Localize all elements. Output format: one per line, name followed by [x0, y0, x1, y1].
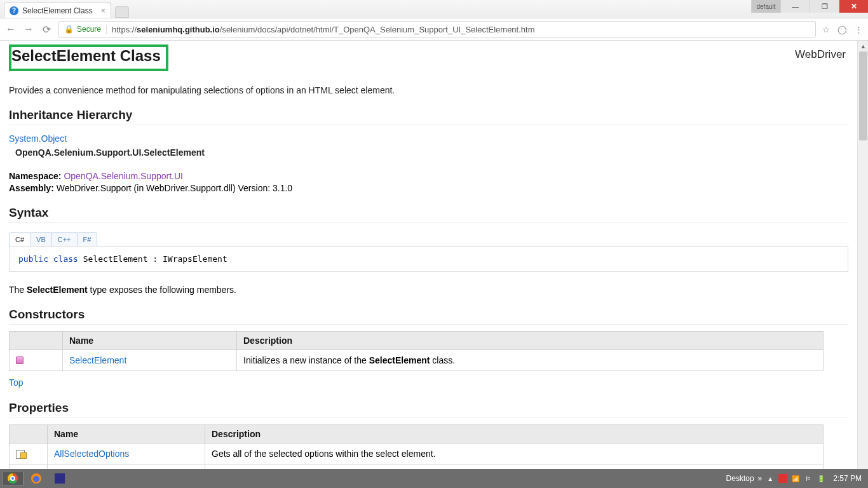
constructor-link[interactable]: SelectElement — [69, 355, 126, 365]
maximize-button[interactable]: ❐ — [810, 0, 839, 13]
property-link[interactable]: AllSelectedOptions — [54, 449, 129, 459]
new-tab-button[interactable] — [115, 6, 129, 18]
property-icon — [16, 450, 26, 458]
url-box[interactable]: 🔒 Secure https://seleniumhq.github.io/se… — [58, 21, 816, 37]
col-description: Description — [237, 332, 824, 350]
taskbar-app-editor[interactable] — [49, 471, 71, 486]
tab-vb[interactable]: VB — [30, 232, 52, 246]
namespace-link[interactable]: OpenQA.Selenium.Support.UI — [64, 171, 183, 181]
tray-flag-icon[interactable] — [778, 474, 787, 483]
vertical-scrollbar[interactable]: ▲ — [857, 41, 868, 469]
reload-button[interactable]: ⟳ — [41, 24, 52, 35]
scroll-up-icon[interactable]: ▲ — [858, 41, 868, 51]
inheritance-leaf: OpenQA.Selenium.Support.UI.SelectElement — [15, 147, 205, 158]
breadcrumb-root: WebDriver — [795, 48, 846, 61]
firefox-icon — [31, 473, 41, 484]
editor-icon — [55, 473, 65, 484]
lock-icon: 🔒 — [64, 25, 74, 34]
tray-overflow-icon[interactable]: ▲ — [766, 474, 775, 483]
taskbar-app-firefox[interactable] — [25, 471, 47, 486]
syntax-tabs: C# VB C++ F# — [9, 232, 848, 246]
constructors-heading: Constructors — [9, 308, 848, 325]
constructor-desc: Initializes a new instance of the Select… — [237, 350, 824, 371]
assembly-label: Assembly: — [9, 183, 54, 193]
chevron-right-icon[interactable]: » — [758, 474, 763, 483]
page-title: SelectElement Class — [11, 47, 161, 65]
syntax-code: public class SelectElement : IWrapsEleme… — [9, 246, 848, 272]
properties-table: Name Description AllSelectedOptions Gets… — [9, 424, 824, 469]
properties-heading: Properties — [9, 401, 848, 418]
property-desc: Gets all of the selected options within … — [205, 444, 824, 464]
chrome-icon — [8, 473, 18, 484]
assembly-text: WebDriver.Support (in WebDriver.Support.… — [57, 183, 292, 193]
constructors-table: Name Description SelectElement Initializ… — [9, 331, 824, 371]
browser-tab[interactable]: ? SelectElement Class × — [4, 3, 111, 18]
inheritance-heading: Inheritance Hierarchy — [9, 108, 848, 125]
table-row: SelectElement Initializes a new instance… — [10, 350, 824, 371]
property-desc: Gets a value indicating whether the pare… — [205, 464, 824, 469]
namespace-row: Namespace: OpenQA.Selenium.Support.UI — [9, 169, 848, 183]
url-text: https://seleniumhq.github.io/selenium/do… — [112, 25, 534, 34]
col-name: Name — [48, 425, 205, 444]
namespace-label: Namespace: — [9, 171, 62, 181]
table-header-row: Name Description — [10, 425, 824, 444]
col-name: Name — [63, 332, 237, 350]
tab-cpp[interactable]: C++ — [51, 232, 78, 246]
assembly-row: Assembly: WebDriver.Support (in WebDrive… — [9, 183, 848, 193]
back-button[interactable]: ← — [5, 24, 17, 35]
inheritance-root-link[interactable]: System.Object — [9, 133, 67, 144]
tab-close-icon[interactable]: × — [101, 6, 105, 15]
taskbar: Desktop » ▲ 📶 🏳 🔋 2:57 PM — [0, 469, 868, 488]
tray-battery-icon[interactable]: 🔋 — [817, 474, 825, 483]
close-window-button[interactable]: ✕ — [839, 0, 868, 13]
desktop-toolbar-label[interactable]: Desktop — [726, 474, 754, 483]
scroll-thumb[interactable] — [859, 51, 867, 140]
extension-icon[interactable]: ◯ — [837, 25, 847, 34]
address-bar: ← → ⟳ 🔒 Secure https://seleniumhq.github… — [0, 18, 868, 41]
minimize-button[interactable]: — — [780, 0, 810, 13]
taskbar-app-chrome[interactable] — [2, 471, 24, 486]
exposes-text: The SelectElement type exposes the follo… — [9, 285, 848, 295]
system-tray: Desktop » ▲ 📶 🏳 🔋 2:57 PM — [726, 474, 868, 483]
col-description: Description — [205, 425, 824, 444]
star-icon[interactable]: ☆ — [822, 25, 830, 34]
table-row: IsMultiple Gets a value indicating wheth… — [10, 464, 824, 469]
tab-fsharp[interactable]: F# — [77, 232, 98, 246]
method-icon — [16, 356, 24, 364]
window-controls: default — ❐ ✕ — [751, 0, 868, 13]
summary-text: Provides a convenience method for manipu… — [9, 85, 848, 95]
forward-button[interactable]: → — [23, 24, 34, 35]
syntax-heading: Syntax — [9, 206, 848, 223]
top-link[interactable]: Top — [9, 377, 24, 388]
table-header-row: Name Description — [10, 332, 824, 350]
tray-action-center-icon[interactable]: 🏳 — [804, 474, 813, 483]
browser-title-bar: ? SelectElement Class × default — ❐ ✕ — [0, 0, 868, 18]
inheritance-hierarchy: System.Object OpenQA.Selenium.Support.UI… — [9, 132, 848, 160]
page-title-highlight: SelectElement Class — [9, 44, 168, 71]
page-viewport: SelectElement Class WebDriver Provides a… — [0, 41, 868, 469]
secure-label: Secure — [77, 25, 101, 34]
profile-badge[interactable]: default — [751, 0, 780, 13]
tab-title: SelectElement Class — [22, 6, 93, 15]
tab-csharp[interactable]: C# — [9, 232, 31, 246]
favicon-icon: ? — [10, 6, 18, 15]
secure-chip[interactable]: 🔒 Secure — [64, 25, 107, 34]
menu-icon[interactable]: ⋮ — [855, 25, 863, 34]
taskbar-clock[interactable]: 2:57 PM — [833, 474, 862, 483]
tray-network-icon[interactable]: 📶 — [791, 474, 800, 483]
table-row: AllSelectedOptions Gets all of the selec… — [10, 444, 824, 464]
browser-chrome: ? SelectElement Class × default — ❐ ✕ ← … — [0, 0, 868, 41]
